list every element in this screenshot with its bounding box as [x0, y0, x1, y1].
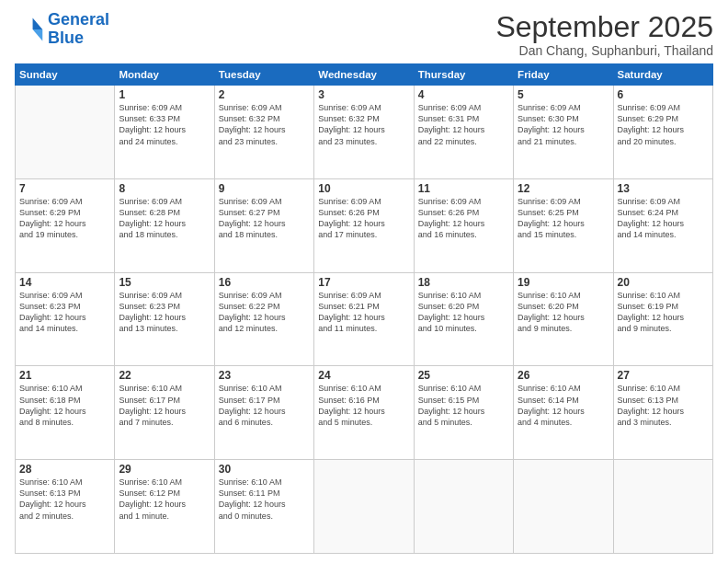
- day-info: Sunrise: 6:09 AM Sunset: 6:33 PM Dayligh…: [119, 102, 210, 147]
- title-block: September 2025 Dan Chang, Suphanburi, Th…: [495, 11, 713, 58]
- day-number: 25: [418, 369, 509, 382]
- day-number: 27: [618, 369, 709, 382]
- header: General Blue September 2025 Dan Chang, S…: [15, 11, 713, 58]
- calendar-week-0: 1Sunrise: 6:09 AM Sunset: 6:33 PM Daylig…: [16, 86, 713, 179]
- weekday-header-sunday: Sunday: [16, 64, 115, 86]
- day-info: Sunrise: 6:10 AM Sunset: 6:15 PM Dayligh…: [418, 383, 509, 428]
- calendar-cell: [16, 86, 115, 179]
- location-subtitle: Dan Chang, Suphanburi, Thailand: [495, 43, 713, 58]
- calendar-week-1: 7Sunrise: 6:09 AM Sunset: 6:29 PM Daylig…: [16, 178, 713, 272]
- logo-icon: [15, 15, 44, 44]
- day-number: 18: [418, 276, 509, 289]
- day-info: Sunrise: 6:10 AM Sunset: 6:13 PM Dayligh…: [618, 383, 709, 428]
- day-number: 2: [219, 88, 310, 101]
- day-number: 30: [219, 463, 310, 476]
- calendar-cell: 5Sunrise: 6:09 AM Sunset: 6:30 PM Daylig…: [514, 86, 613, 179]
- calendar-cell: 13Sunrise: 6:09 AM Sunset: 6:24 PM Dayli…: [613, 178, 712, 272]
- day-number: 8: [119, 182, 210, 195]
- calendar-cell: 22Sunrise: 6:10 AM Sunset: 6:17 PM Dayli…: [115, 366, 214, 460]
- day-info: Sunrise: 6:09 AM Sunset: 6:26 PM Dayligh…: [318, 196, 409, 241]
- day-number: 1: [119, 88, 210, 101]
- calendar-cell: 3Sunrise: 6:09 AM Sunset: 6:32 PM Daylig…: [314, 86, 414, 179]
- day-number: 20: [618, 276, 709, 289]
- day-number: 10: [318, 182, 409, 195]
- logo-line1: General: [48, 10, 109, 29]
- calendar-cell: [514, 460, 613, 554]
- day-info: Sunrise: 6:09 AM Sunset: 6:28 PM Dayligh…: [119, 196, 210, 241]
- calendar-cell: 27Sunrise: 6:10 AM Sunset: 6:13 PM Dayli…: [613, 366, 712, 460]
- calendar-week-3: 21Sunrise: 6:10 AM Sunset: 6:18 PM Dayli…: [16, 366, 713, 460]
- day-info: Sunrise: 6:10 AM Sunset: 6:12 PM Dayligh…: [119, 477, 210, 522]
- calendar-week-4: 28Sunrise: 6:10 AM Sunset: 6:13 PM Dayli…: [16, 460, 713, 554]
- calendar-cell: 25Sunrise: 6:10 AM Sunset: 6:15 PM Dayli…: [414, 366, 513, 460]
- calendar-cell: 23Sunrise: 6:10 AM Sunset: 6:17 PM Dayli…: [214, 366, 313, 460]
- day-info: Sunrise: 6:09 AM Sunset: 6:21 PM Dayligh…: [318, 290, 409, 335]
- calendar-cell: 20Sunrise: 6:10 AM Sunset: 6:19 PM Dayli…: [613, 272, 712, 366]
- day-number: 23: [219, 369, 310, 382]
- svg-marker-0: [33, 17, 43, 29]
- calendar-cell: 19Sunrise: 6:10 AM Sunset: 6:20 PM Dayli…: [514, 272, 613, 366]
- day-number: 12: [518, 182, 609, 195]
- calendar-cell: 21Sunrise: 6:10 AM Sunset: 6:18 PM Dayli…: [16, 366, 115, 460]
- weekday-header-saturday: Saturday: [613, 64, 712, 86]
- calendar-cell: [414, 460, 513, 554]
- day-info: Sunrise: 6:10 AM Sunset: 6:14 PM Dayligh…: [518, 383, 609, 428]
- day-info: Sunrise: 6:10 AM Sunset: 6:13 PM Dayligh…: [19, 477, 110, 522]
- calendar-cell: 28Sunrise: 6:10 AM Sunset: 6:13 PM Dayli…: [16, 460, 115, 554]
- calendar-cell: 11Sunrise: 6:09 AM Sunset: 6:26 PM Dayli…: [414, 178, 513, 272]
- calendar-cell: 12Sunrise: 6:09 AM Sunset: 6:25 PM Dayli…: [514, 178, 613, 272]
- day-info: Sunrise: 6:10 AM Sunset: 6:20 PM Dayligh…: [418, 290, 509, 335]
- day-number: 24: [318, 369, 409, 382]
- day-number: 14: [19, 276, 110, 289]
- day-number: 19: [518, 276, 609, 289]
- day-number: 13: [618, 182, 709, 195]
- calendar-cell: 18Sunrise: 6:10 AM Sunset: 6:20 PM Dayli…: [414, 272, 513, 366]
- calendar-cell: [613, 460, 712, 554]
- day-number: 16: [219, 276, 310, 289]
- day-number: 28: [19, 463, 110, 476]
- day-info: Sunrise: 6:10 AM Sunset: 6:11 PM Dayligh…: [219, 477, 310, 522]
- day-info: Sunrise: 6:10 AM Sunset: 6:17 PM Dayligh…: [119, 383, 210, 428]
- day-info: Sunrise: 6:10 AM Sunset: 6:16 PM Dayligh…: [318, 383, 409, 428]
- day-info: Sunrise: 6:09 AM Sunset: 6:29 PM Dayligh…: [19, 196, 110, 241]
- day-number: 4: [418, 88, 509, 101]
- day-info: Sunrise: 6:09 AM Sunset: 6:24 PM Dayligh…: [618, 196, 709, 241]
- day-info: Sunrise: 6:09 AM Sunset: 6:23 PM Dayligh…: [119, 290, 210, 335]
- day-info: Sunrise: 6:09 AM Sunset: 6:22 PM Dayligh…: [219, 290, 310, 335]
- calendar-cell: 29Sunrise: 6:10 AM Sunset: 6:12 PM Dayli…: [115, 460, 214, 554]
- day-info: Sunrise: 6:10 AM Sunset: 6:18 PM Dayligh…: [19, 383, 110, 428]
- calendar-cell: 9Sunrise: 6:09 AM Sunset: 6:27 PM Daylig…: [214, 178, 313, 272]
- day-info: Sunrise: 6:09 AM Sunset: 6:29 PM Dayligh…: [618, 102, 709, 147]
- day-info: Sunrise: 6:10 AM Sunset: 6:17 PM Dayligh…: [219, 383, 310, 428]
- calendar-cell: 15Sunrise: 6:09 AM Sunset: 6:23 PM Dayli…: [115, 272, 214, 366]
- weekday-header-monday: Monday: [115, 64, 214, 86]
- calendar-cell: 8Sunrise: 6:09 AM Sunset: 6:28 PM Daylig…: [115, 178, 214, 272]
- month-title: September 2025: [495, 11, 713, 43]
- calendar-cell: 30Sunrise: 6:10 AM Sunset: 6:11 PM Dayli…: [214, 460, 313, 554]
- calendar-cell: 4Sunrise: 6:09 AM Sunset: 6:31 PM Daylig…: [414, 86, 513, 179]
- day-info: Sunrise: 6:09 AM Sunset: 6:26 PM Dayligh…: [418, 196, 509, 241]
- weekday-header-thursday: Thursday: [414, 64, 513, 86]
- day-number: 26: [518, 369, 609, 382]
- weekday-header-wednesday: Wednesday: [314, 64, 414, 86]
- day-number: 9: [219, 182, 310, 195]
- day-info: Sunrise: 6:09 AM Sunset: 6:30 PM Dayligh…: [518, 102, 609, 147]
- day-number: 3: [318, 88, 409, 101]
- day-info: Sunrise: 6:09 AM Sunset: 6:23 PM Dayligh…: [19, 290, 110, 335]
- weekday-header-row: SundayMondayTuesdayWednesdayThursdayFrid…: [16, 64, 713, 86]
- calendar-cell: 7Sunrise: 6:09 AM Sunset: 6:29 PM Daylig…: [16, 178, 115, 272]
- day-number: 21: [19, 369, 110, 382]
- day-number: 7: [19, 182, 110, 195]
- calendar-body: 1Sunrise: 6:09 AM Sunset: 6:33 PM Daylig…: [16, 86, 713, 554]
- svg-marker-1: [33, 29, 43, 40]
- weekday-header-tuesday: Tuesday: [214, 64, 313, 86]
- calendar-cell: 1Sunrise: 6:09 AM Sunset: 6:33 PM Daylig…: [115, 86, 214, 179]
- day-info: Sunrise: 6:09 AM Sunset: 6:32 PM Dayligh…: [318, 102, 409, 147]
- day-number: 17: [318, 276, 409, 289]
- day-info: Sunrise: 6:09 AM Sunset: 6:27 PM Dayligh…: [219, 196, 310, 241]
- calendar-cell: 10Sunrise: 6:09 AM Sunset: 6:26 PM Dayli…: [314, 178, 414, 272]
- calendar-cell: [314, 460, 414, 554]
- calendar-cell: 16Sunrise: 6:09 AM Sunset: 6:22 PM Dayli…: [214, 272, 313, 366]
- calendar-cell: 26Sunrise: 6:10 AM Sunset: 6:14 PM Dayli…: [514, 366, 613, 460]
- calendar-header: SundayMondayTuesdayWednesdayThursdayFrid…: [16, 64, 713, 86]
